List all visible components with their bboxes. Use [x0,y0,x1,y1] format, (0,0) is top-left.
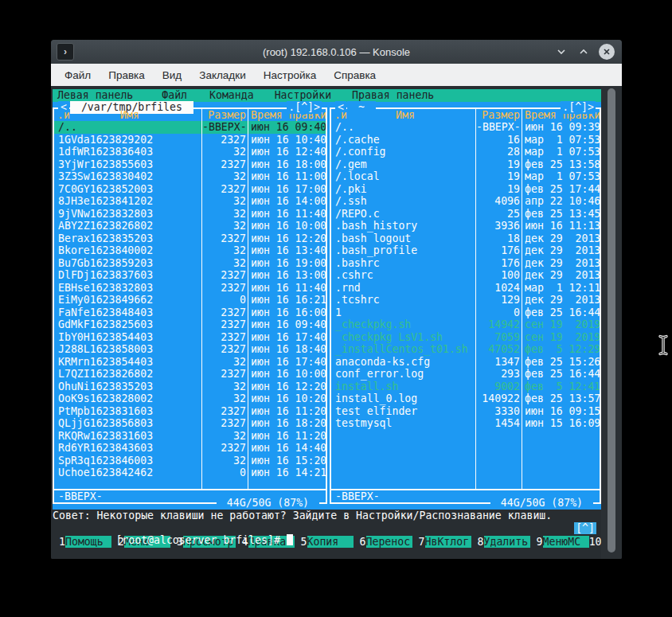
file-row[interactable]: Berax16238352032327июн 16 12:20 [54,232,326,245]
konsole-menu-item[interactable]: Файл [56,69,100,81]
hint-line: Совет: Некоторые клавиши не работают? За… [53,510,601,522]
file-row[interactable]: SpR3q162384600332июн 16 15:20 [54,455,326,467]
file-row[interactable]: install_0.log140922фев 25 13:57 [331,392,600,405]
konsole-menu-item[interactable]: Закладки [190,69,254,81]
file-row[interactable]: L7QZI16238268022327июн 16 10:00 [54,368,326,381]
file-row[interactable]: 7C0GY16238520032327июн 16 17:00 [54,183,326,196]
file-mtime: дек 29 2013 [522,232,600,245]
column-header-name[interactable]: Имя.и [331,109,475,122]
file-mtime: июн 16 11:20 [248,430,326,443]
file-row[interactable]: /.cache16мар 1 07:53 [331,134,600,146]
file-row[interactable]: anaconda-ks.cfg1347фев 25 15:26 [331,356,600,369]
file-name: /REPO.c [331,208,475,221]
mc-menu-item[interactable]: Правая панель [352,89,434,102]
file-row[interactable]: IbY0H16238544032327июн 16 17:40 [54,331,326,344]
file-mtime: июн 16 09:15 [522,405,600,418]
file-row[interactable]: .cshrc100дек 29 2013 [331,269,600,282]
minimize-button[interactable] [554,45,568,59]
file-row[interactable]: ABY2Z162382680232июн 16 10:00 [54,220,326,232]
file-row[interactable]: 8JH3e162384120232июн 16 14:00 [54,195,326,208]
function-key-7[interactable]: 7НвКтлог [412,535,471,549]
file-row[interactable]: .tcshrc129дек 29 2013 [331,294,600,307]
file-row[interactable]: _checkpkg_LsV1.sh7059сен 19 2019 [331,331,600,344]
file-name: conf_error.log [331,368,475,381]
mc-menu-item[interactable]: Настройки [275,89,331,102]
file-row[interactable]: testmysql1454июн 15 16:09 [331,417,600,430]
file-mtime: июн 16 17:00 [248,183,326,196]
file-row[interactable]: Bu7Gb162385920332июн 16 19:00 [54,257,326,270]
mc-menu-item[interactable]: Левая панель [57,89,133,102]
file-size: 2327 [201,183,248,196]
file-row[interactable]: 9jVNw162383280332июн 16 11:40 [54,208,326,221]
file-row[interactable]: GdMkF16238256032327июн 16 09:40 [54,318,326,331]
konsole-menu-item[interactable]: Вид [154,69,190,81]
scrollbar-thumb[interactable] [608,88,615,553]
file-row[interactable]: FaNfe16238484032327июн 16 16:00 [54,307,326,319]
file-row[interactable]: Uchoe16238424620июн 16 14:21 [54,467,326,479]
file-row[interactable]: .bashrc176дек 29 2013 [331,257,600,270]
function-key-5[interactable]: 5Копия [295,535,354,549]
mc-menu-item[interactable]: Команда [209,89,254,102]
file-row[interactable]: 1GVda16238292022327июн 16 10:40 [54,134,326,146]
file-row[interactable]: J288L16238580032327июн 16 18:40 [54,343,326,356]
file-row[interactable]: install.sh9002фев 5 12:41 [331,381,600,393]
file-row[interactable]: .rnd1024мар 1 12:11 [331,282,600,295]
file-row[interactable]: /.gem19фев 25 13:58 [331,158,600,171]
file-row[interactable]: Bkore162384000232июн 16 13:40 [54,244,326,257]
file-row[interactable]: test_elfinder3330июн 16 09:15 [331,405,600,418]
file-row[interactable]: .bash_history3936июн 16 11:13 [331,220,600,232]
file-row[interactable]: PtMpb16238316032327июн 16 11:20 [54,405,326,418]
file-row[interactable]: 3Z3Sw162383040232июн 16 11:00 [54,170,326,183]
function-key-6[interactable]: 6Перенос [354,535,412,549]
file-row[interactable]: 3YjWr16238556032327июн 16 18:00 [54,158,326,171]
file-row[interactable]: 1dfWR162383640332июн 16 12:40 [54,146,326,158]
function-key-9[interactable]: 9МенюМС [530,535,589,549]
mc-menu-bar: Левая панельФайлКомандаНастройкиПравая п… [53,89,601,102]
empty-row [331,455,600,467]
function-key-8[interactable]: 8Удалить [471,535,530,549]
file-size: 176 [475,244,522,257]
fkey-number: 10 [589,536,602,549]
file-row[interactable]: QLjjG16238568032327июн 16 18:20 [54,417,326,430]
file-mtime: июн 16 14:21 [248,467,326,479]
konsole-menu-item[interactable]: Настройка [255,69,325,81]
scrollbar[interactable] [601,86,622,559]
file-row[interactable]: Rd6YR16238436032327июн 16 14:40 [54,442,326,455]
file-row[interactable]: /.pki19фев 25 17:44 [331,183,600,196]
file-row[interactable]: OhuNi162383520332июн 16 12:20 [54,381,326,393]
file-row[interactable]: .bash_logout18дек 29 2013 [331,232,600,245]
file-row[interactable]: _checkpkg.sh14942сен 19 2019 [331,318,600,331]
mc-menu-item[interactable]: Файл [162,89,187,102]
file-row[interactable]: DlFDj16238376032327июн 16 13:00 [54,269,326,282]
file-row[interactable]: EBHse16238328032327июн 16 11:40 [54,282,326,295]
file-size: 2327 [201,282,248,295]
panel-cd-up-icon[interactable]: .[^]> [561,101,596,114]
file-mtime: июн 16 11:40 [248,282,326,295]
file-row[interactable]: /.local19мар 1 07:53 [331,170,600,183]
file-row[interactable]: /.ssh4096апр 22 10:46 [331,195,600,208]
titlebar[interactable]: › (root) 192.168.0.106 — Konsole [51,40,622,64]
file-row[interactable]: _installCentos_t01.sh47052фев 5 12:29 [331,343,600,356]
file-row[interactable]: /..-ВВЕРХ-июн 16 09:40 [54,121,326,134]
file-row[interactable]: KRMrn162385440332июн 16 17:40 [54,356,326,369]
file-row[interactable]: .bash_profile176дек 29 2013 [331,244,600,257]
close-button[interactable] [599,44,615,60]
file-row[interactable]: RKQRw162383160332июн 16 11:20 [54,430,326,443]
file-row[interactable]: 10фев 25 16:44 [331,307,600,319]
file-row[interactable]: /..-ВВЕРХ-июн 16 09:39 [331,121,600,134]
file-row[interactable]: /REPO.c25фев 25 13:45 [331,208,600,221]
column-header-name[interactable]: Имя.и [54,109,201,122]
file-row[interactable]: EiMy016238496620июн 16 16:21 [54,294,326,307]
file-row[interactable]: conf_error.log293фев 25 16:44 [331,368,600,381]
panel-cd-up-icon[interactable]: .[^]> [287,101,322,114]
file-name: anaconda-ks.cfg [331,356,475,369]
maximize-button[interactable] [576,45,591,59]
scroll-up-indicator[interactable]: [^] [574,522,596,535]
file-row[interactable]: OoK9s162382800232июн 16 10:20 [54,392,326,405]
file-size: 2327 [201,307,248,319]
konsole-menu-item[interactable]: Правка [100,69,154,81]
terminal[interactable]: Левая панельФайлКомандаНастройкиПравая п… [51,86,601,559]
file-row[interactable]: /.config28мар 1 07:53 [331,146,600,158]
command-line[interactable]: [root@alcoserver brfiles]# [^] [53,522,601,535]
konsole-menu-item[interactable]: Справка [325,69,385,81]
